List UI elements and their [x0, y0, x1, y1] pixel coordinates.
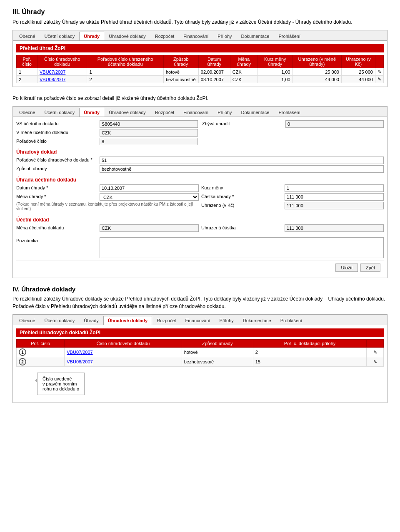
datum-field: [100, 184, 199, 192]
ud-poradove-input[interactable]: [100, 157, 384, 164]
cell-edit-icon[interactable]: ✎: [375, 76, 383, 83]
vs-field: [100, 120, 198, 128]
col-cislo: Číslo úhradového dokladu: [37, 55, 87, 68]
uhrazeno-row: Uhrazeno (v Kč): [201, 202, 384, 209]
tab-ucetni-doklady-1[interactable]: Účetní doklady: [40, 32, 80, 40]
col-actions3: [367, 340, 384, 348]
ud-zpusob-row: Způsob úhrady: [16, 165, 384, 173]
mena-input[interactable]: [100, 129, 198, 137]
poradove-input[interactable]: [100, 138, 198, 145]
cell-cislo[interactable]: VBU07/2007: [37, 68, 87, 76]
cell-por-prilohy-1: 2: [253, 348, 367, 357]
kurz-label: Kurz měny: [201, 184, 285, 190]
tab-uhradove-doklady-3[interactable]: Úhradové doklady: [103, 316, 152, 325]
circle-2: 2: [19, 358, 26, 365]
col-por-prilohy: Poř. č. dokládající přílohy: [253, 340, 367, 348]
tab-prilohy-2[interactable]: Přílohy: [213, 108, 236, 117]
tab-rozpocet-2[interactable]: Rozpočet: [150, 108, 179, 117]
tab-uhradove-doklady-2[interactable]: Úhradové doklady: [104, 108, 150, 117]
cell-cislo3-2[interactable]: VBU08/2007: [65, 357, 182, 367]
col-uhrazeno-kc: Uhrazeno (v Kč): [341, 55, 375, 68]
ucetni-title: Účetní doklad: [16, 217, 384, 223]
uhradovy-doklad-section: Úhradový doklad Pořadové číslo úhradovéh…: [16, 149, 384, 173]
castka-input[interactable]: [285, 193, 384, 201]
kurz-row: Kurz měny: [201, 184, 384, 192]
tab-rozpocet-3[interactable]: Rozpočet: [152, 316, 180, 325]
button-bar: Uložit Zpět: [16, 261, 384, 274]
tab-prilohy-1[interactable]: Přílohy: [213, 32, 236, 40]
cell-cislo3-1[interactable]: VBU07/2007: [65, 348, 182, 357]
cell-por: 1: [17, 68, 38, 76]
zbyva-input[interactable]: [285, 120, 384, 128]
cell-cislo[interactable]: VBU08/2007: [37, 76, 87, 83]
castka-label: Částka úhrady *: [201, 193, 285, 199]
cell-kurz: 1,00: [258, 76, 292, 83]
uhrazeno-input[interactable]: [285, 202, 384, 209]
tab-dokumentace-2[interactable]: Dokumentace: [237, 108, 274, 117]
ucetni-left: Měna účetního dokladu: [16, 224, 199, 233]
tab-dokumentace-3[interactable]: Dokumentace: [238, 316, 276, 325]
tab-prohlaseni-3[interactable]: Prohlášení: [276, 316, 307, 325]
table-row: 1 VBU07/2007 1 hotově 02.09.2007 CZK 1,0…: [17, 68, 384, 76]
tab-bar-1: Obecné Účetní doklady Úhrady Úhradové do…: [13, 30, 387, 41]
left-fields: VS účetního dokladu V měně účetního dokl…: [16, 120, 198, 147]
ucetni-mena-input[interactable]: [100, 224, 199, 232]
cell-por-prilohy-2: 15: [253, 357, 367, 367]
uhrazena-field: [285, 224, 384, 232]
tab-ucetni-doklady-2[interactable]: Účetní doklady: [40, 108, 80, 117]
detail-intro: Po kliknutí na pořadové číslo se zobrazí…: [12, 94, 388, 102]
tab-obecne-2[interactable]: Obecné: [15, 108, 40, 117]
tab-financovani-2[interactable]: Financování: [179, 108, 213, 117]
castka-row: Částka úhrady *: [201, 193, 384, 201]
panel1-content: Přehled úhrad ŽoPI Poř. číslo Číslo úhra…: [13, 41, 387, 87]
mena-row: V měně účetního dokladu: [16, 129, 198, 137]
tab-uhrady-3[interactable]: Úhrady: [79, 316, 103, 325]
section3-intro: Po rozkliknutí záložky Úhrady se ukáže P…: [12, 18, 388, 26]
cell-por-cislo: 1: [87, 68, 164, 76]
tab-ucetni-doklady-3[interactable]: Účetní doklady: [40, 316, 80, 325]
callout-box: Číslo uvedené v pravém horním rohu na do…: [37, 373, 85, 395]
tab-obecne-1[interactable]: Obecné: [15, 32, 40, 40]
ulozit-button[interactable]: Uložit: [335, 264, 358, 272]
ucetni-right: Uhrazená částka: [201, 224, 384, 233]
panel2: Obecné Účetní doklady Úhrady Úhradové do…: [12, 106, 388, 278]
mena-uhrada-label: Měna úhrady *: [16, 193, 100, 199]
tab-financovani-3[interactable]: Financování: [181, 316, 215, 325]
tab-uhrady-1[interactable]: Úhrady: [79, 32, 104, 40]
poznamka-row: Poznámka: [16, 237, 384, 259]
callout-area: Číslo uvedené v pravém horním rohu na do…: [16, 371, 384, 399]
uhrada-left: Datum úhrady * Měna úhrady * CZK: [16, 184, 199, 213]
mena-uhrada-select[interactable]: CZK: [100, 193, 199, 201]
tab-prohlaseni-2[interactable]: Prohlášení: [274, 108, 305, 117]
zbyva-field: [285, 120, 384, 128]
col-cislo3: Číslo úhradového dokladu: [65, 340, 182, 348]
cell-edit3-1[interactable]: ✎: [367, 348, 384, 357]
cell-edit-icon[interactable]: ✎: [375, 68, 383, 76]
datum-label: Datum úhrady *: [16, 184, 100, 190]
cell-zpusob: bezhotovostně: [163, 76, 198, 83]
ud-zpusob-input[interactable]: [100, 165, 384, 173]
poradove-row: Pořadové číslo: [16, 138, 198, 145]
tab-prohlaseni-1[interactable]: Prohlášení: [274, 32, 305, 40]
uhrazena-input[interactable]: [285, 224, 384, 232]
uhradove-table: Poř. číslo Číslo úhradového dokladu Způs…: [16, 339, 384, 367]
uhrada-right: Kurz měny Částka úhrady * Uhrazeno (v Kč…: [201, 184, 384, 213]
datum-input[interactable]: [100, 184, 199, 192]
cell-edit3-2[interactable]: ✎: [367, 357, 384, 367]
poznamka-textarea[interactable]: [100, 237, 384, 258]
col-zpusob3: Způsob úhrady: [182, 340, 253, 348]
col-kurz: Kurz měny úhrady: [258, 55, 292, 68]
tab-bar-3: Obecné Účetní doklady Úhrady Úhradové do…: [13, 315, 387, 325]
tab-dokumentace-1[interactable]: Dokumentace: [237, 32, 274, 40]
tab-uhrady-2[interactable]: Úhrady: [79, 108, 104, 117]
tab-rozpocet-1[interactable]: Rozpočet: [150, 32, 179, 40]
vs-input[interactable]: [100, 120, 198, 128]
tab-prilohy-3[interactable]: Přílohy: [215, 316, 238, 325]
tab-financovani-1[interactable]: Financování: [179, 32, 213, 40]
tab-uhradove-doklady-1[interactable]: Úhradové doklady: [104, 32, 150, 40]
panel1-title: Přehled úhrad ŽoPI: [16, 44, 384, 52]
tab-obecne-3[interactable]: Obecné: [15, 316, 40, 325]
kurz-input[interactable]: [285, 184, 384, 192]
col-por: Poř. číslo: [17, 55, 38, 68]
zpet-button[interactable]: Zpět: [360, 264, 380, 272]
